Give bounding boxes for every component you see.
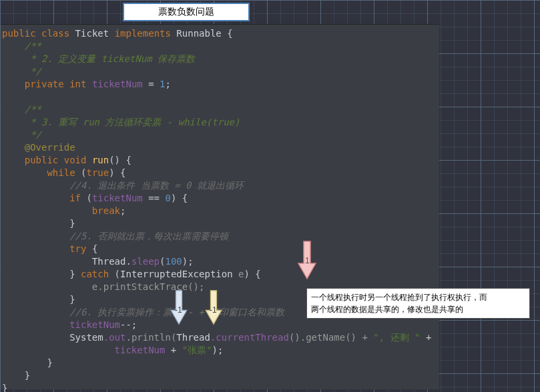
comment-5: //5. 否则就出票，每次出票需要停顿	[69, 231, 228, 241]
brace: {	[222, 28, 233, 39]
brace: }	[2, 383, 7, 392]
kw-while: while	[47, 167, 75, 178]
field-out: .out	[103, 332, 126, 343]
method-run: run	[92, 155, 109, 165]
brace: ) {	[109, 167, 125, 178]
doc-open: /**	[25, 41, 41, 51]
doc-close: */	[25, 129, 41, 140]
title-box: 票数负数问题	[123, 3, 250, 21]
paren: (	[81, 193, 92, 203]
field-ticketnum: ticketNum	[92, 79, 143, 89]
brace: ) {	[171, 193, 188, 203]
kw-class: class	[41, 28, 69, 39]
op-plus: +	[421, 332, 432, 343]
brace: }	[69, 218, 75, 229]
class-name: Ticket	[75, 28, 109, 39]
doc-close: */	[25, 66, 41, 77]
note-line-2: 两个线程的数据是共享的，修改也是共享的	[311, 305, 463, 314]
annotation-override: @Override	[25, 142, 75, 153]
field-ticketnum: ticketNum	[69, 319, 120, 330]
doc-open: /**	[25, 104, 41, 115]
brace: }	[47, 357, 52, 368]
kw-void: void	[64, 155, 87, 165]
string-literal: "张票"	[182, 345, 212, 355]
class-thread: Thread	[176, 332, 210, 343]
semi: ;	[120, 205, 125, 216]
paren: );	[182, 256, 194, 267]
kw-true: true	[86, 167, 109, 178]
brace: }	[25, 370, 30, 381]
dot: .	[125, 256, 131, 267]
arrow-3-label: -1	[210, 305, 217, 315]
op-eq: =	[143, 79, 160, 89]
kw-break: break	[92, 205, 120, 216]
kw-public: public	[25, 155, 59, 165]
brace: }	[69, 269, 81, 279]
var-e: e	[233, 269, 244, 279]
kw-int: int	[69, 79, 86, 89]
method-println: .println(	[125, 332, 176, 343]
doc-line: * 3. 重写 run 方法循环卖票 - while(true)	[25, 117, 240, 127]
num-1: 1	[160, 79, 165, 89]
brace: ) {	[244, 269, 260, 279]
field-ticketnum: ticketNum	[92, 193, 143, 203]
brace: }	[69, 294, 75, 305]
method-getname: ().getName() +	[289, 332, 373, 343]
code-block: public class Ticket implements Runnable …	[1, 25, 439, 392]
string-literal: ", 还剩 "	[373, 332, 420, 343]
field-ticketnum: ticketNum	[115, 345, 166, 355]
note-line-1: 一个线程执行时另一个线程抢到了执行权执行，而	[311, 293, 487, 302]
arrow-2-label: -1	[175, 305, 182, 315]
class-thread: Thread	[92, 256, 126, 267]
kw-catch: catch	[81, 269, 109, 279]
arrow-1-label: 1	[305, 256, 310, 265]
note-box: 一个线程执行时另一个线程抢到了执行权执行，而 两个线程的数据是共享的，修改也是共…	[306, 288, 530, 319]
paren: ()	[109, 155, 120, 165]
kw-implements: implements	[115, 28, 171, 39]
semi: ;	[166, 79, 171, 89]
kw-public: public	[2, 28, 36, 39]
op-eqeq: ==	[143, 193, 166, 203]
doc-line: * 2. 定义变量 ticketNum 保存票数	[25, 53, 195, 64]
op-plus: +	[165, 345, 182, 355]
paren: (	[75, 167, 87, 178]
paren: );	[212, 345, 224, 355]
iface-name: Runnable	[176, 28, 221, 39]
paren: (	[109, 269, 120, 279]
kw-try: try	[69, 243, 86, 254]
op-dec: --;	[120, 319, 137, 330]
brace: {	[86, 243, 97, 254]
comment-4: //4. 退出条件 当票数 = 0 就退出循环	[69, 180, 244, 191]
class-exc: InterruptedException	[120, 269, 233, 279]
kw-if: if	[69, 193, 81, 203]
class-system: System	[69, 332, 103, 343]
brace: {	[120, 155, 131, 165]
kw-private: private	[25, 79, 64, 89]
method-sleep: sleep	[131, 256, 160, 267]
code-panel: public class Ticket implements Runnable …	[1, 24, 439, 389]
num-100: 100	[165, 256, 182, 267]
method-currentthread: .currentThread	[210, 332, 289, 343]
num-0: 0	[165, 193, 170, 203]
title-text: 票数负数问题	[158, 6, 214, 18]
